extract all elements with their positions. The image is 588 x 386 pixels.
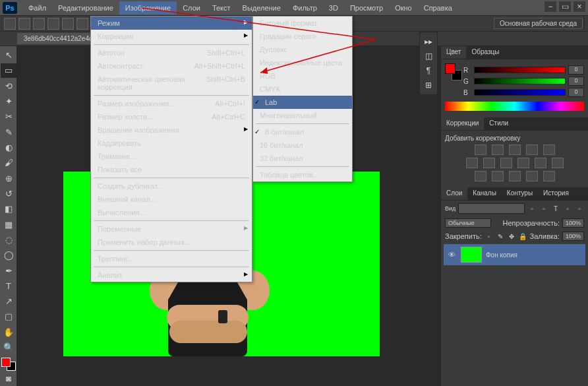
- b-value[interactable]: 0: [568, 88, 584, 97]
- pen-tool-icon[interactable]: ✒: [1, 263, 16, 277]
- mode-16bit[interactable]: 16 бит/канал: [253, 139, 352, 152]
- dodge-tool-icon[interactable]: ◯: [1, 248, 16, 262]
- adj-icon[interactable]: [552, 158, 564, 168]
- menu-adjustments[interactable]: Коррекция: [91, 30, 252, 43]
- menu-autocontrast[interactable]: АвтоконтрастAlt+Shift+Ctrl+L: [91, 59, 252, 73]
- quickmask-icon[interactable]: ◙: [1, 371, 16, 385]
- mode-multichannel[interactable]: Многоканальный: [253, 109, 352, 122]
- menu-calculations[interactable]: Вычисления...: [91, 206, 252, 219]
- adj-icon[interactable]: [492, 145, 504, 155]
- option-icon[interactable]: [62, 18, 74, 30]
- r-slider[interactable]: [474, 67, 566, 73]
- b-slider[interactable]: [474, 89, 566, 96]
- option-icon[interactable]: [33, 18, 45, 30]
- workspace-label[interactable]: Основная рабочая среда: [494, 18, 583, 29]
- menu-select[interactable]: Выделение: [237, 1, 287, 15]
- filter-icon[interactable]: ▫: [575, 204, 584, 213]
- menu-trim[interactable]: Тримминг...: [91, 150, 252, 163]
- gradient-tool-icon[interactable]: ▦: [1, 217, 16, 231]
- menu-layers[interactable]: Слои: [177, 1, 206, 15]
- adj-icon[interactable]: [543, 145, 555, 155]
- adj-icon[interactable]: [492, 171, 504, 181]
- kind-select[interactable]: [458, 203, 525, 214]
- minimize-icon[interactable]: −: [544, 1, 556, 12]
- menu-text[interactable]: Текст: [206, 1, 237, 15]
- color-swatch[interactable]: [1, 358, 15, 368]
- g-slider[interactable]: [474, 78, 566, 84]
- option-icon[interactable]: [4, 18, 16, 30]
- filter-icon[interactable]: ▫: [539, 204, 548, 213]
- move-tool-icon[interactable]: ↖: [1, 48, 16, 62]
- mode-cmyk[interactable]: CMYK: [253, 82, 352, 96]
- eraser-tool-icon[interactable]: ◧: [1, 202, 16, 216]
- panel-icon[interactable]: ¶: [421, 64, 436, 77]
- tab-color[interactable]: Цвет: [441, 46, 466, 59]
- tab-channels[interactable]: Каналы: [467, 187, 502, 200]
- opacity-value[interactable]: 100%: [562, 218, 584, 228]
- tab-adjustments[interactable]: Коррекции: [441, 117, 484, 130]
- wand-tool-icon[interactable]: ✦: [1, 94, 16, 108]
- adj-icon[interactable]: [517, 158, 529, 168]
- lock-icon[interactable]: 🔒: [518, 232, 527, 241]
- healing-tool-icon[interactable]: ◐: [1, 141, 16, 154]
- adj-icon[interactable]: [483, 158, 495, 168]
- close-icon[interactable]: ×: [573, 1, 585, 12]
- option-icon[interactable]: [18, 18, 30, 30]
- crop-tool-icon[interactable]: ✂: [1, 110, 16, 123]
- zoom-tool-icon[interactable]: 🔍: [1, 340, 16, 354]
- layer-row[interactable]: 👁 Фон копия: [444, 244, 585, 265]
- layer-name[interactable]: Фон копия: [486, 251, 517, 259]
- menu-filter[interactable]: Фильтр: [287, 1, 323, 15]
- panel-icon[interactable]: ◫: [421, 49, 436, 63]
- eyedropper-tool-icon[interactable]: ✎: [1, 125, 16, 139]
- path-tool-icon[interactable]: ↗: [1, 294, 16, 308]
- mode-rgb[interactable]: RGB: [253, 69, 352, 82]
- tab-swatches[interactable]: Образцы: [466, 46, 504, 59]
- menu-autotone[interactable]: АвтотонShift+Ctrl+L: [91, 46, 252, 59]
- adj-icon[interactable]: [526, 171, 538, 181]
- menu-image[interactable]: Изображение: [119, 1, 177, 15]
- marquee-tool-icon[interactable]: ▭: [1, 63, 16, 77]
- menu-view[interactable]: Просмотр: [344, 1, 389, 15]
- adj-icon[interactable]: [526, 145, 538, 155]
- adj-icon[interactable]: [535, 158, 546, 168]
- menu-duplicate[interactable]: Создать дубликат...: [91, 179, 252, 193]
- adj-icon[interactable]: [509, 145, 521, 155]
- menu-3d[interactable]: 3D: [323, 1, 344, 15]
- spectrum-bar[interactable]: [445, 102, 584, 111]
- visibility-icon[interactable]: 👁: [446, 251, 457, 259]
- shape-tool-icon[interactable]: ▢: [1, 309, 16, 323]
- mode-8bit[interactable]: 8 бит/канал: [253, 125, 352, 139]
- collapse-arrow-icon[interactable]: ▸▸: [421, 35, 436, 48]
- adj-icon[interactable]: [475, 171, 486, 181]
- panel-icon[interactable]: ⊞: [421, 79, 436, 92]
- filter-icon[interactable]: ▫: [563, 204, 572, 213]
- adj-icon[interactable]: [500, 158, 512, 168]
- menu-file[interactable]: Файл: [22, 1, 52, 15]
- adj-icon[interactable]: [475, 145, 486, 155]
- menu-mode[interactable]: Режим: [91, 16, 252, 30]
- fill-value[interactable]: 100%: [562, 232, 584, 241]
- adj-icon[interactable]: [543, 171, 555, 181]
- type-tool-icon[interactable]: T: [1, 279, 16, 293]
- filter-icon[interactable]: ▫: [527, 204, 537, 213]
- lasso-tool-icon[interactable]: ⟲: [1, 79, 16, 93]
- stamp-tool-icon[interactable]: ⊕: [1, 172, 16, 185]
- option-icon[interactable]: [47, 18, 59, 30]
- r-value[interactable]: 0: [568, 65, 584, 75]
- maximize-icon[interactable]: ▭: [559, 1, 571, 12]
- menu-analysis[interactable]: Анализ: [91, 269, 252, 282]
- filter-icon[interactable]: T: [551, 204, 560, 213]
- menu-canvas-size[interactable]: Размер холста...Alt+Ctrl+C: [91, 110, 252, 123]
- menu-window[interactable]: Окно: [389, 1, 418, 15]
- history-brush-icon[interactable]: ↺: [1, 187, 16, 201]
- blend-mode-select[interactable]: Обычные: [445, 218, 491, 228]
- tab-paths[interactable]: Контуры: [502, 187, 538, 200]
- adj-icon[interactable]: [466, 158, 478, 168]
- color-swatch[interactable]: [445, 63, 459, 78]
- g-value[interactable]: 0: [568, 77, 584, 86]
- menu-edit[interactable]: Редактирование: [52, 1, 119, 15]
- lock-icon[interactable]: ✎: [496, 232, 504, 241]
- menu-help[interactable]: Справка: [418, 1, 458, 15]
- tab-layers[interactable]: Слои: [441, 187, 467, 200]
